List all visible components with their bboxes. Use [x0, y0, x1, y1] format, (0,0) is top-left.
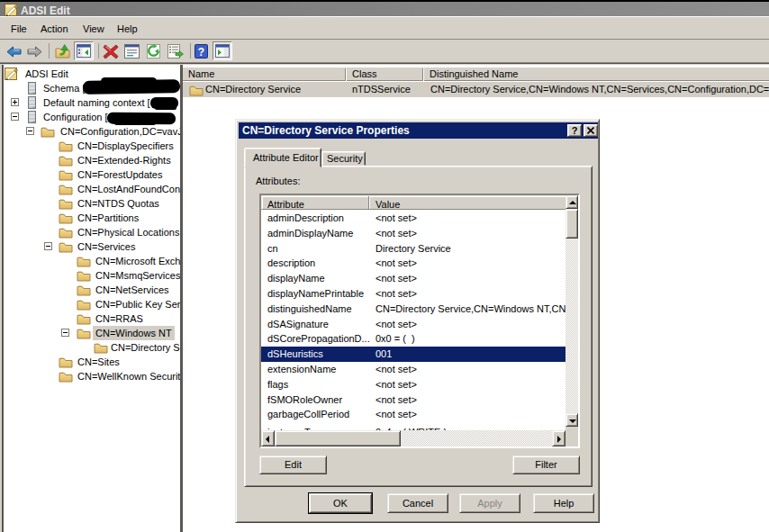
- svg-text:?: ?: [198, 46, 204, 59]
